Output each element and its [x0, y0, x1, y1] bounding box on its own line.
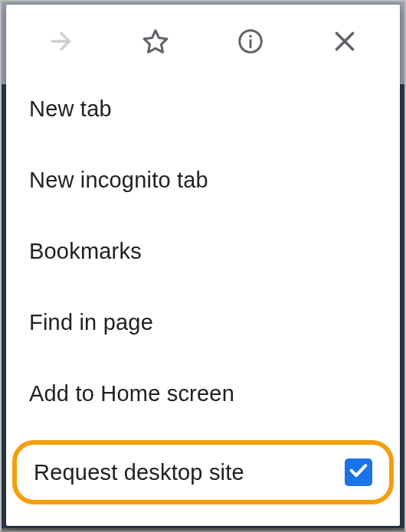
- forward-button[interactable]: [44, 26, 78, 60]
- menu-list: New tab New incognito tab Bookmarks Find…: [6, 73, 400, 521]
- svg-marker-1: [144, 31, 167, 53]
- menu-item-find-in-page[interactable]: Find in page: [6, 298, 400, 348]
- menu-item-bookmarks[interactable]: Bookmarks: [6, 227, 400, 276]
- arrow-forward-icon: [47, 28, 75, 58]
- star-icon: [142, 28, 169, 58]
- menu-item-add-to-home-screen[interactable]: Add to Home screen: [6, 369, 400, 419]
- menu-item-label: Bookmarks: [29, 239, 142, 264]
- menu-item-label: New incognito tab: [29, 168, 208, 193]
- overflow-menu-panel: New tab New incognito tab Bookmarks Find…: [6, 5, 400, 526]
- close-icon: [331, 28, 359, 58]
- page-info-button[interactable]: [234, 26, 267, 60]
- request-desktop-checkbox[interactable]: [345, 459, 372, 486]
- info-icon: [237, 28, 264, 58]
- menu-item-new-tab[interactable]: New tab: [6, 84, 400, 134]
- menu-icon-row: [6, 12, 400, 73]
- menu-item-new-incognito-tab[interactable]: New incognito tab: [6, 155, 400, 205]
- menu-item-label: Add to Home screen: [29, 381, 234, 406]
- svg-point-4: [249, 34, 252, 38]
- menu-item-request-desktop-site[interactable]: Request desktop site: [17, 445, 389, 500]
- close-menu-button[interactable]: [328, 26, 362, 60]
- bookmark-star-button[interactable]: [139, 26, 172, 60]
- menu-item-label: Find in page: [29, 310, 153, 335]
- checkmark-icon: [348, 459, 369, 486]
- menu-item-label: New tab: [29, 96, 112, 122]
- highlighted-item-annotation: Request desktop site: [12, 440, 394, 504]
- menu-item-label: Request desktop site: [34, 460, 244, 485]
